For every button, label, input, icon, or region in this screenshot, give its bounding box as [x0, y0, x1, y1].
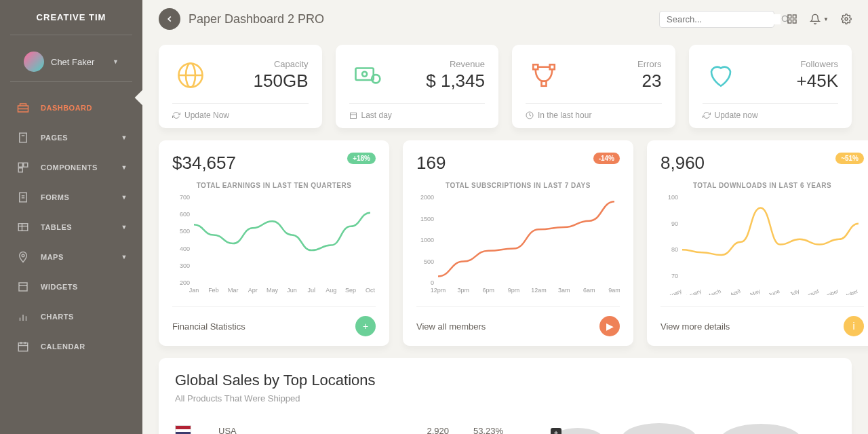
svg-text:Jul: Jul: [308, 287, 316, 294]
chart-body: 050010001500200012pm3pm6pm9pm12am3am6am9…: [416, 193, 620, 295]
search-box[interactable]: [659, 11, 774, 28]
svg-rect-28: [793, 20, 796, 23]
sidebar: CREATIVE TIM Chet Faker ▼ DASHBOARDPAGES…: [0, 0, 142, 434]
stat-value: $ 1,345: [386, 71, 486, 92]
svg-text:90: 90: [671, 220, 678, 227]
caret-down-icon: ▼: [121, 134, 127, 141]
play-icon[interactable]: ▶: [599, 316, 620, 336]
svg-text:Aug: Aug: [326, 287, 336, 294]
charts-icon: [15, 310, 31, 323]
stat-footer-text: Update now: [715, 111, 758, 120]
chart-footer-text[interactable]: View more details: [660, 321, 730, 332]
sidebar-item-label: MAPS: [41, 253, 121, 261]
topbar: Paper Dashboard 2 PRO ▼: [142, 0, 868, 37]
svg-text:Oct: Oct: [366, 287, 376, 294]
chart-svg: 708090100JanuaryFebruaryMarchAprilMayJun…: [660, 193, 864, 295]
svg-text:0: 0: [431, 279, 434, 286]
pct-cell: 53.23%: [449, 426, 503, 435]
caret-down-icon: ▼: [121, 164, 127, 171]
global-table: USA2,92053.23%: [175, 421, 503, 434]
sidebar-item-forms[interactable]: FORMS▼: [0, 182, 142, 212]
svg-rect-33: [355, 68, 373, 81]
svg-text:80: 80: [671, 246, 678, 253]
svg-text:200: 200: [180, 279, 190, 286]
svg-text:700: 700: [180, 194, 190, 201]
svg-text:500: 500: [180, 228, 190, 235]
sidebar-item-dashboard[interactable]: DASHBOARD: [0, 93, 142, 123]
svg-text:January: January: [663, 288, 683, 295]
tables-icon: [15, 220, 31, 234]
stat-footer[interactable]: Last day: [349, 103, 486, 120]
stat-label: Capacity: [209, 59, 309, 69]
svg-text:Sep: Sep: [345, 287, 356, 294]
global-sales-card: Global Sales by Top Locations All Produc…: [159, 358, 852, 434]
stat-footer[interactable]: In the last hour: [526, 103, 662, 120]
sidebar-item-pages[interactable]: PAGES▼: [0, 123, 142, 153]
stat-footer[interactable]: Update Now: [172, 103, 309, 120]
search-input[interactable]: [667, 14, 781, 24]
stat-value: +45K: [739, 71, 839, 92]
brand[interactable]: CREATIVE TIM: [10, 0, 132, 35]
sidebar-item-widgets[interactable]: WIDGETS: [0, 272, 142, 302]
svg-point-87: [720, 424, 802, 434]
calendar-icon: [15, 340, 31, 353]
sidebar-item-label: FORMS: [41, 193, 121, 201]
bell-icon[interactable]: ▼: [810, 14, 829, 24]
sidebar-nav: DASHBOARDPAGES▼COMPONENTS▼FORMS▼TABLES▼M…: [0, 86, 142, 368]
svg-text:400: 400: [180, 245, 190, 252]
sidebar-item-label: CHARTS: [41, 313, 127, 321]
global-title: Global Sales by Top Locations: [175, 372, 835, 389]
svg-rect-25: [788, 15, 791, 18]
stat-footer[interactable]: Update now: [703, 103, 839, 120]
svg-text:6pm: 6pm: [483, 287, 495, 294]
stat-label: Revenue: [386, 59, 486, 69]
globe-icon: [172, 57, 209, 94]
caret-down-icon: ▼: [113, 58, 119, 65]
chart-svg: 050010001500200012pm3pm6pm9pm12am3am6am9…: [416, 193, 620, 295]
svg-text:Jan: Jan: [189, 287, 199, 294]
svg-point-86: [622, 423, 696, 434]
refresh-icon: [172, 111, 180, 119]
sidebar-item-label: PAGES: [41, 134, 121, 142]
svg-text:June: June: [768, 288, 781, 295]
svg-text:April: April: [729, 288, 742, 295]
user-name: Chet Faker: [51, 57, 113, 67]
svg-text:100: 100: [668, 194, 678, 201]
svg-rect-27: [788, 20, 791, 23]
sidebar-item-maps[interactable]: MAPS▼: [0, 242, 142, 272]
components-icon: [15, 161, 31, 174]
svg-text:500: 500: [424, 258, 434, 265]
plus-icon[interactable]: +: [355, 316, 376, 336]
sidebar-item-label: DASHBOARD: [41, 104, 127, 112]
sidebar-item-components[interactable]: COMPONENTS▼: [0, 153, 142, 182]
content: Capacity150GBUpdate NowRevenue$ 1,345Las…: [142, 37, 868, 434]
stat-card: Capacity150GBUpdate Now: [159, 45, 322, 128]
sidebar-item-charts[interactable]: CHARTS: [0, 302, 142, 332]
user-menu[interactable]: Chet Faker ▼: [10, 42, 132, 82]
svg-text:2000: 2000: [420, 194, 434, 201]
chart-card: 169-14%TOTAL SUBSCRIPTIONS IN LAST 7 DAY…: [403, 140, 633, 346]
chart-value: 8,960: [660, 153, 705, 174]
svg-text:May: May: [267, 287, 279, 294]
svg-text:August: August: [802, 288, 821, 295]
chart-body: 708090100JanuaryFebruaryMarchAprilMayJun…: [660, 193, 864, 295]
chart-badge: +18%: [347, 153, 376, 164]
map-zoom-in[interactable]: +: [551, 428, 561, 434]
svg-text:Feb: Feb: [208, 287, 219, 294]
gear-icon[interactable]: [841, 14, 852, 24]
chart-footer-text[interactable]: View all members: [416, 321, 486, 332]
svg-rect-36: [350, 113, 356, 119]
sidebar-item-tables[interactable]: TABLES▼: [0, 212, 142, 242]
svg-text:3am: 3am: [558, 287, 570, 294]
svg-text:Apr: Apr: [248, 287, 258, 294]
grid-icon[interactable]: [787, 14, 797, 24]
back-button[interactable]: [159, 8, 180, 30]
global-subtitle: All Products That Were Shipped: [175, 393, 835, 403]
svg-rect-5: [24, 163, 28, 167]
sidebar-item-calendar[interactable]: CALENDAR: [0, 332, 142, 361]
flag-icon: [175, 425, 191, 434]
info-icon[interactable]: i: [844, 316, 864, 336]
calendar-small-icon: [349, 111, 357, 119]
chart-footer-text[interactable]: Financial Statistics: [172, 321, 245, 332]
world-map[interactable]: +: [524, 421, 849, 434]
